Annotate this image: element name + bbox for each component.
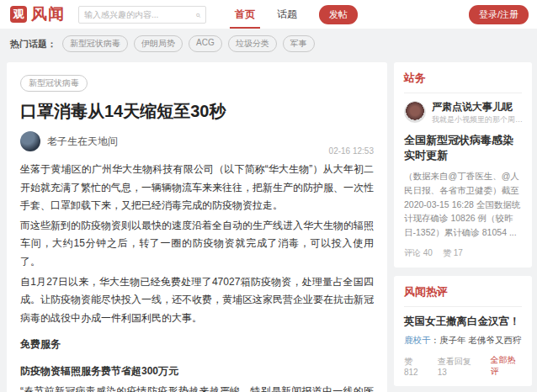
article-body: 坐落于黄埔区的广州华大生物科技有限公司（以下简称“华大生物”）从大年初二开始就充… bbox=[20, 161, 374, 392]
station-post-meta: 评论 40 赞 17 bbox=[404, 247, 522, 259]
topic-pill[interactable]: 新型冠状病毒 bbox=[62, 35, 128, 52]
hot-topics-list: 新型冠状病毒伊朗局势ACG垃圾分类军事 bbox=[62, 35, 315, 52]
site-title: 风闻 bbox=[31, 3, 65, 25]
article-paragraph: 自1月27日以来，华大生物已经免费处理了47027箱防疫物资，处理量占全国四成。… bbox=[20, 273, 374, 328]
station-header: 站务 bbox=[404, 71, 522, 93]
article-paragraph: “春节前新冠病毒感染的疫情防疫形势越来越严峻，特别是新闻报道中一线的医生、护士防… bbox=[20, 383, 374, 392]
hot-topics-label: 热门话题： bbox=[10, 38, 56, 50]
hot-comment-replies[interactable]: 查看回复 13 bbox=[438, 356, 481, 377]
article-paragraph: 坐落于黄埔区的广州华大生物科技有限公司（以下简称“华大生物”）从大年初二开始就充… bbox=[20, 161, 374, 215]
topic-pill[interactable]: ACG bbox=[189, 35, 222, 52]
station-account[interactable]: 严肃点说大事儿呢 我就是小视频里的那个周十七 bbox=[404, 101, 522, 125]
article-paragraph: 防疫物资辐照服务费节省超300万元 bbox=[20, 363, 374, 381]
comments-count[interactable]: 评论 40 bbox=[404, 247, 433, 259]
hot-comment-text: ：庚子年 老佛爷又西狩 bbox=[431, 335, 522, 345]
topic-pill[interactable]: 伊朗局势 bbox=[134, 35, 183, 52]
author-name[interactable]: 老子生在天地间 bbox=[47, 135, 118, 149]
search-box[interactable]: ⌕ bbox=[78, 6, 206, 24]
hot-comments-header: 风闻热评 bbox=[404, 284, 522, 307]
top-navbar: 观 风闻 ⌕ 首页 话题 发帖 登录/注册 bbox=[0, 0, 537, 29]
search-input[interactable] bbox=[84, 10, 195, 19]
article-paragraph: 而这些新到的防疫物资则以最快的速度沿着全自动的生产线进入华大生物的辐照车间，大约… bbox=[20, 217, 374, 272]
station-avatar-icon bbox=[404, 101, 426, 123]
topic-pill[interactable]: 军事 bbox=[283, 35, 315, 52]
station-card: 站务 严肃点说大事儿呢 我就是小视频里的那个周十七 全国新型冠状病毒感染实时更新… bbox=[394, 62, 532, 268]
tab-topics[interactable]: 话题 bbox=[277, 0, 297, 29]
nav-tabs: 首页 话题 bbox=[235, 0, 297, 29]
author-avatar[interactable] bbox=[20, 131, 40, 151]
hot-comment[interactable]: 鹿校干：庚子年 老佛爷又西狩 bbox=[404, 335, 522, 347]
hot-comment-meta: 赞 812 查看回复 13 全部热评 bbox=[404, 354, 522, 378]
hot-comment-post-title[interactable]: 英国女王撤离白金汉宫！ bbox=[404, 315, 522, 330]
guan-logo-icon: 观 bbox=[10, 6, 27, 23]
hot-comment-author[interactable]: 鹿校干 bbox=[404, 335, 431, 345]
site-logo[interactable]: 观 风闻 bbox=[10, 3, 65, 25]
article-topic-tag[interactable]: 新型冠状病毒 bbox=[20, 75, 88, 92]
search-icon[interactable]: ⌕ bbox=[195, 10, 200, 19]
article-card: 新型冠状病毒 口罩消毒从14天缩短至30秒 老子生在天地间 02-16 12:5… bbox=[7, 62, 387, 392]
all-hot-comments-link[interactable]: 全部热评 bbox=[490, 354, 522, 378]
article-title: 口罩消毒从14天缩短至30秒 bbox=[20, 100, 374, 123]
article-paragraph: 免费服务 bbox=[20, 336, 374, 354]
station-post-excerpt[interactable]: （数据来自@丁香医生、@人民日报、各省市卫健委）截至 2020-03-15 16… bbox=[404, 169, 522, 240]
station-account-desc: 我就是小视频里的那个周十七 bbox=[432, 114, 523, 125]
new-post-button[interactable]: 发帖 bbox=[319, 5, 358, 24]
hot-comment-likes[interactable]: 赞 812 bbox=[404, 356, 428, 377]
hot-comments-card: 风闻热评 英国女王撤离白金汉宫！ 鹿校干：庚子年 老佛爷又西狩 赞 812 查看… bbox=[394, 276, 532, 387]
station-account-name[interactable]: 严肃点说大事儿呢 bbox=[432, 101, 523, 114]
tab-home[interactable]: 首页 bbox=[235, 0, 255, 29]
hot-topics-bar: 热门话题： 新型冠状病毒伊朗局势ACG垃圾分类军事 bbox=[0, 29, 537, 56]
sidebar: 站务 严肃点说大事儿呢 我就是小视频里的那个周十七 全国新型冠状病毒感染实时更新… bbox=[394, 62, 532, 392]
likes-count[interactable]: 赞 17 bbox=[443, 247, 463, 259]
station-post-title[interactable]: 全国新型冠状病毒感染实时更新 bbox=[404, 133, 522, 163]
topic-pill[interactable]: 垃圾分类 bbox=[228, 35, 277, 52]
login-register-button[interactable]: 登录/注册 bbox=[469, 5, 529, 24]
